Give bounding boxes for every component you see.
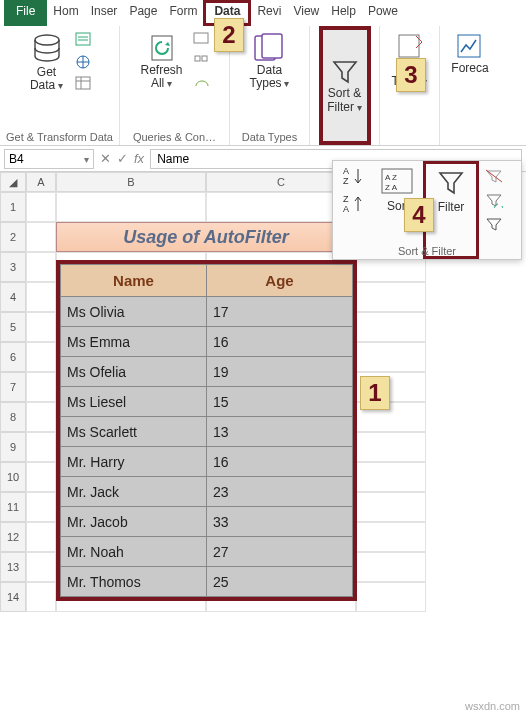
row-header[interactable]: 4 bbox=[0, 282, 26, 312]
cell-age[interactable]: 16 bbox=[207, 447, 353, 477]
group-label-data-types: Data Types bbox=[242, 129, 297, 143]
enter-icon[interactable]: ✓ bbox=[117, 151, 128, 166]
cell-age[interactable]: 19 bbox=[207, 357, 353, 387]
tab-review[interactable]: Revi bbox=[251, 0, 287, 26]
svg-point-0 bbox=[35, 35, 59, 45]
cell-name[interactable]: Mr. Jacob bbox=[61, 507, 207, 537]
queries-icon[interactable] bbox=[191, 30, 213, 48]
get-data-button[interactable]: Get Data bbox=[25, 30, 69, 94]
row-header[interactable]: 10 bbox=[0, 462, 26, 492]
row-header[interactable]: 11 bbox=[0, 492, 26, 522]
formula-value: Name bbox=[157, 152, 189, 166]
clear-filter-icon[interactable] bbox=[483, 167, 505, 185]
tab-view[interactable]: View bbox=[287, 0, 325, 26]
tab-file[interactable]: File bbox=[4, 0, 47, 26]
row-header[interactable]: 3 bbox=[0, 252, 26, 282]
select-all-corner[interactable]: ◢ bbox=[0, 172, 26, 192]
filter-label: Filter bbox=[438, 200, 465, 214]
svg-rect-10 bbox=[399, 35, 419, 57]
tab-power[interactable]: Powe bbox=[362, 0, 404, 26]
svg-rect-11 bbox=[458, 35, 480, 57]
sort-az-icon[interactable]: AZ bbox=[342, 167, 364, 185]
row-header[interactable]: 9 bbox=[0, 432, 26, 462]
table-row: Mr. Noah27 bbox=[61, 537, 353, 567]
header-age[interactable]: Age bbox=[207, 265, 353, 297]
sort-dialog-icon[interactable]: A ZZ A bbox=[380, 167, 416, 197]
sort-filter-button[interactable]: Sort & Filter bbox=[323, 55, 367, 115]
sort-za-icon[interactable]: ZA bbox=[342, 195, 364, 213]
svg-rect-1 bbox=[76, 33, 90, 45]
col-header-B[interactable]: B bbox=[56, 172, 206, 192]
table-row: Ms Emma16 bbox=[61, 327, 353, 357]
sort-filter-group-label: Sort & Filter bbox=[333, 245, 521, 257]
header-name[interactable]: Name bbox=[61, 265, 207, 297]
funnel-icon bbox=[436, 168, 466, 198]
row-header[interactable]: 13 bbox=[0, 552, 26, 582]
cell-age[interactable]: 23 bbox=[207, 477, 353, 507]
cell-age[interactable]: 17 bbox=[207, 297, 353, 327]
cell-name[interactable]: Ms Emma bbox=[61, 327, 207, 357]
funnel-icon bbox=[330, 57, 360, 87]
cell-age[interactable]: 33 bbox=[207, 507, 353, 537]
name-box[interactable]: B4 bbox=[4, 149, 94, 169]
forecast-button[interactable]: Foreca bbox=[447, 30, 492, 77]
data-types-button[interactable]: Data Types bbox=[246, 30, 294, 92]
cancel-icon[interactable]: ✕ bbox=[100, 151, 111, 166]
tab-help[interactable]: Help bbox=[325, 0, 362, 26]
tab-formulas[interactable]: Form bbox=[163, 0, 203, 26]
group-label-queries: Queries & Con… bbox=[133, 129, 216, 143]
cell-name[interactable]: Ms Scarlett bbox=[61, 417, 207, 447]
data-types-label: Data Types bbox=[250, 64, 290, 90]
from-text-icon[interactable] bbox=[73, 31, 95, 49]
cell-age[interactable]: 25 bbox=[207, 567, 353, 597]
edit-links-icon[interactable] bbox=[191, 74, 213, 92]
table-row: Mr. Thomos25 bbox=[61, 567, 353, 597]
title-text: Usage of AutoFilter bbox=[123, 227, 288, 248]
group-label-get-transform: Get & Transform Data bbox=[6, 129, 113, 143]
row-header[interactable]: 2 bbox=[0, 222, 26, 252]
forecast-label: Foreca bbox=[451, 62, 488, 75]
advanced-icon[interactable] bbox=[483, 215, 505, 233]
svg-text:A Z: A Z bbox=[385, 173, 397, 182]
row-header[interactable]: 5 bbox=[0, 312, 26, 342]
data-table: Name Age Ms Olivia17 Ms Emma16 Ms Ofelia… bbox=[56, 260, 357, 601]
annotation-2: 2 bbox=[214, 18, 244, 52]
tab-page[interactable]: Page bbox=[123, 0, 163, 26]
refresh-icon bbox=[147, 32, 177, 64]
cell-name[interactable]: Ms Olivia bbox=[61, 297, 207, 327]
reapply-icon[interactable] bbox=[483, 191, 505, 209]
row-header[interactable]: 8 bbox=[0, 402, 26, 432]
table-row: Ms Liesel15 bbox=[61, 387, 353, 417]
cell-name[interactable]: Mr. Harry bbox=[61, 447, 207, 477]
cell-age[interactable]: 27 bbox=[207, 537, 353, 567]
cell-name[interactable]: Mr. Thomos bbox=[61, 567, 207, 597]
row-header[interactable]: 7 bbox=[0, 372, 26, 402]
ribbon: Get Data Get & Transform Data Refresh Al… bbox=[0, 26, 526, 146]
table-row: Mr. Jack23 bbox=[61, 477, 353, 507]
cell-age[interactable]: 13 bbox=[207, 417, 353, 447]
cell-age[interactable]: 15 bbox=[207, 387, 353, 417]
annotation-4: 4 bbox=[404, 198, 434, 232]
cell-name[interactable]: Mr. Noah bbox=[61, 537, 207, 567]
cell-name[interactable]: Mr. Jack bbox=[61, 477, 207, 507]
cell-age[interactable]: 16 bbox=[207, 327, 353, 357]
from-table-icon[interactable] bbox=[73, 75, 95, 93]
svg-rect-6 bbox=[195, 56, 200, 61]
row-header[interactable]: 14 bbox=[0, 582, 26, 612]
tab-insert[interactable]: Inser bbox=[85, 0, 124, 26]
row-header[interactable]: 12 bbox=[0, 522, 26, 552]
from-web-icon[interactable] bbox=[73, 53, 95, 71]
forecast-icon bbox=[455, 32, 485, 62]
group-get-transform: Get Data Get & Transform Data bbox=[0, 26, 120, 145]
name-box-value: B4 bbox=[9, 152, 24, 166]
cell-name[interactable]: Ms Liesel bbox=[61, 387, 207, 417]
tab-home[interactable]: Hom bbox=[47, 0, 84, 26]
row-header[interactable]: 6 bbox=[0, 342, 26, 372]
refresh-all-button[interactable]: Refresh All bbox=[136, 30, 186, 92]
title-cell[interactable]: Usage of AutoFilter bbox=[56, 222, 356, 252]
properties-icon[interactable] bbox=[191, 52, 213, 70]
fx-icon[interactable]: fx bbox=[134, 151, 144, 166]
row-header[interactable]: 1 bbox=[0, 192, 26, 222]
cell-name[interactable]: Ms Ofelia bbox=[61, 357, 207, 387]
col-header-A[interactable]: A bbox=[26, 172, 56, 192]
